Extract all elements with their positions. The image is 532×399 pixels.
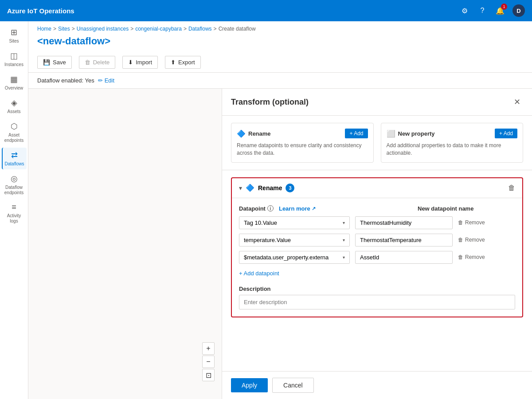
import-button[interactable]: ⬇ Import	[122, 56, 158, 69]
table-row: temperature.Value ▾ 🗑 Remove	[239, 234, 515, 246]
panel-title: Transform (optional)	[231, 98, 309, 107]
rename-card: 🔷 Rename + Add Rename datapoints to ensu…	[231, 123, 374, 163]
rename-section-icon: 🔷	[246, 184, 254, 192]
breadcrumb-sites[interactable]: Sites	[58, 26, 70, 32]
sidebar-item-dataflows[interactable]: ⇄ Dataflows	[2, 148, 27, 169]
sidebar-item-overview[interactable]: ▦ Overview	[2, 72, 27, 94]
datapoint-value-3: $metadata.user_property.externa	[244, 254, 329, 261]
panel-header: Transform (optional) ✕	[222, 89, 532, 116]
dropdown-arrow-2: ▾	[343, 238, 345, 243]
sidebar-item-dataflow-endpoints[interactable]: ◎ Dataflow endpoints	[2, 171, 27, 198]
help-icon[interactable]: ?	[477, 5, 488, 16]
new-property-add-button[interactable]: + Add	[495, 129, 517, 138]
rename-section-header: ▾ 🔷 Rename 3 🗑	[232, 178, 522, 198]
edit-icon: ✏	[98, 77, 103, 84]
breadcrumb-unassigned[interactable]: Unassigned instances	[77, 26, 129, 32]
breadcrumb-instance[interactable]: congenial-capybara	[135, 26, 182, 32]
sidebar-item-sites[interactable]: ⊞ Sites	[2, 25, 27, 47]
add-datapoint-button[interactable]: + Add datapoint	[239, 268, 515, 278]
new-name-column-label: New datapoint name	[418, 205, 515, 212]
table-row: $metadata.user_property.externa ▾ 🗑 Remo…	[239, 251, 515, 264]
export-icon: ⬆	[171, 59, 176, 66]
datapoint-dropdown-2[interactable]: temperature.Value ▾	[239, 234, 350, 246]
instances-icon: ◫	[10, 51, 18, 61]
datapoint-value-1: Tag 10.Value	[244, 219, 277, 226]
asset-endpoints-icon: ⬡	[11, 121, 18, 131]
new-property-card-icon: ⬜	[387, 129, 395, 138]
delete-icon: 🗑	[85, 59, 90, 66]
page-title: <new-dataflow>	[28, 34, 532, 52]
edit-link[interactable]: ✏ Edit	[98, 77, 114, 84]
content-area: Home > Sites > Unassigned instances > co…	[28, 21, 532, 399]
rename-card-title: 🔷 Rename	[237, 129, 271, 138]
new-name-input-1[interactable]	[355, 216, 453, 229]
sidebar-label-dataflow-endpoints: Dataflow endpoints	[4, 185, 25, 196]
rename-section: ▾ 🔷 Rename 3 🗑	[231, 177, 523, 317]
sidebar-item-assets[interactable]: ◈ Assets	[2, 95, 27, 117]
avatar[interactable]: D	[512, 4, 525, 17]
learn-more-link[interactable]: Learn more ↗	[279, 205, 316, 212]
settings-icon[interactable]: ⚙	[459, 5, 470, 16]
datapoint-dropdown-1[interactable]: Tag 10.Value ▾	[239, 216, 350, 229]
datapoint-value-2: temperature.Value	[244, 237, 291, 243]
sidebar-label-instances: Instances	[4, 62, 23, 67]
assets-icon: ◈	[11, 98, 17, 108]
datapoint-dropdown-3[interactable]: $metadata.user_property.externa ▾	[239, 251, 350, 264]
zoom-out-button[interactable]: −	[202, 356, 215, 368]
rename-card-header: 🔷 Rename + Add	[237, 129, 368, 138]
bell-icon[interactable]: 🔔 1	[495, 5, 505, 16]
sidebar-item-asset-endpoints[interactable]: ⬡ Asset endpoints	[2, 119, 27, 146]
rename-add-button[interactable]: + Add	[345, 129, 368, 138]
breadcrumb-dataflows[interactable]: Dataflows	[188, 26, 212, 32]
panel-content: ▾ 🔷 Rename 3 🗑	[222, 170, 532, 371]
remove-icon-3: 🗑	[458, 254, 463, 260]
datapoint-info-icon[interactable]: i	[267, 205, 274, 211]
toolbar: 💾 Save 🗑 Delete ⬇ Import ⬆ Export	[28, 52, 532, 73]
activity-logs-icon: ≡	[12, 203, 16, 212]
main-layout: ⊞ Sites ◫ Instances ▦ Overview ◈ Assets …	[0, 21, 532, 399]
dropdown-arrow-3: ▾	[343, 255, 345, 260]
transform-panel: Transform (optional) ✕ 🔷 Rename + Add	[222, 89, 532, 399]
description-label: Description	[239, 286, 515, 292]
new-property-card-header: ⬜ New property + Add	[387, 129, 518, 138]
dataflow-status-text: Dataflow enabled: Yes	[37, 77, 94, 84]
sidebar-label-activity-logs: Activity logs	[4, 213, 25, 224]
datapoint-column-label: Datapoint i Learn more ↗	[239, 205, 316, 212]
nav-icons: ⚙ ? 🔔 1 D	[459, 4, 525, 17]
save-button[interactable]: 💾 Save	[37, 56, 72, 69]
sidebar-label-dataflows: Dataflows	[5, 161, 24, 167]
sites-icon: ⊞	[11, 27, 17, 37]
export-button[interactable]: ⬆ Export	[165, 56, 201, 69]
sidebar-item-activity-logs[interactable]: ≡ Activity logs	[2, 200, 27, 227]
canvas-area: + − ⊡	[28, 89, 222, 399]
app-title: Azure IoT Operations	[7, 7, 459, 15]
delete-button[interactable]: 🗑 Delete	[79, 56, 116, 69]
import-icon: ⬇	[128, 59, 133, 66]
remove-button-3[interactable]: 🗑 Remove	[458, 254, 485, 260]
breadcrumb-home[interactable]: Home	[37, 26, 51, 32]
sidebar-item-instances[interactable]: ◫ Instances	[2, 48, 27, 70]
sidebar-label-overview: Overview	[5, 86, 23, 91]
datapoint-column-headers: Datapoint i Learn more ↗ New datapoint n…	[239, 205, 515, 212]
remove-button-2[interactable]: 🗑 Remove	[458, 237, 485, 243]
apply-button[interactable]: Apply	[231, 378, 268, 392]
zoom-in-button[interactable]: +	[202, 342, 215, 355]
cancel-button[interactable]: Cancel	[272, 378, 314, 393]
new-property-card-title: ⬜ New property	[387, 129, 435, 138]
new-name-input-2[interactable]	[355, 234, 453, 246]
panel-cards: 🔷 Rename + Add Rename datapoints to ensu…	[222, 116, 532, 170]
description-input[interactable]	[239, 295, 515, 309]
new-name-input-3[interactable]	[355, 251, 453, 264]
sidebar-label-assets: Assets	[7, 109, 20, 114]
breadcrumb-current: Create dataflow	[219, 26, 256, 32]
rename-chevron-icon[interactable]: ▾	[239, 184, 242, 192]
rename-delete-icon[interactable]: 🗑	[508, 184, 515, 192]
rename-card-desc: Rename datapoints to ensure clarity and …	[237, 142, 368, 157]
close-button[interactable]: ✕	[511, 96, 523, 108]
zoom-reset-button[interactable]: ⊡	[202, 369, 215, 381]
dataflow-area: + − ⊡ Transform (optional) ✕	[28, 89, 532, 399]
external-link-icon: ↗	[312, 206, 316, 211]
remove-button-1[interactable]: 🗑 Remove	[458, 219, 485, 226]
dataflow-status-bar: Dataflow enabled: Yes ✏ Edit	[28, 73, 532, 89]
overview-icon: ▦	[10, 74, 18, 84]
